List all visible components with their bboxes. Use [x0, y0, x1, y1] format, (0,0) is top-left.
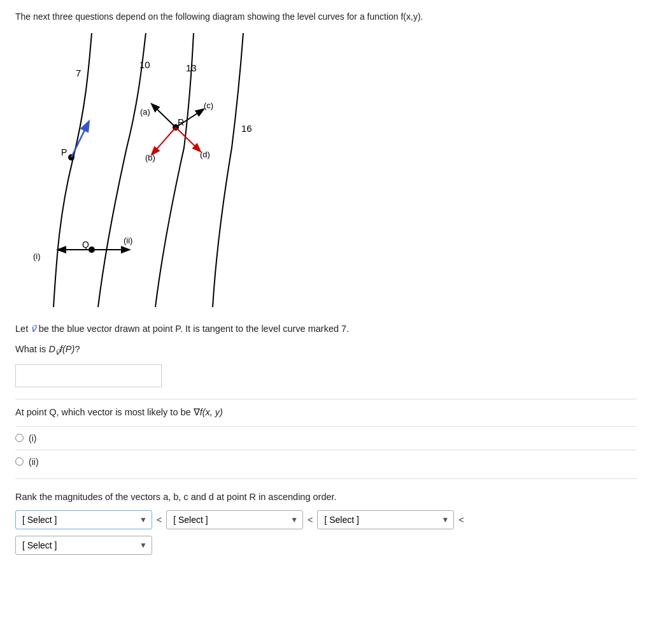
answer-input[interactable]: [15, 364, 162, 387]
radio-ii-label: (ii): [29, 457, 39, 467]
radio-ii[interactable]: [15, 457, 24, 466]
rank-row-2: [ Select ] a b c d ▼: [15, 536, 637, 555]
arrow-d: [176, 127, 200, 151]
label-ii: (ii): [124, 236, 132, 245]
question-1-section: Let v⃗ be the blue vector drawn at point…: [15, 322, 637, 387]
label-b: (b): [145, 153, 155, 162]
divider-1: [15, 399, 637, 399]
label-d: (d): [200, 150, 210, 159]
radio-i-label: (i): [29, 433, 36, 443]
vector-v: v⃗: [31, 324, 36, 334]
radio-option-ii[interactable]: (ii): [15, 457, 637, 467]
select-wrapper-1[interactable]: [ Select ] a b c d ▼: [15, 510, 152, 529]
fP-symbol: f(P): [60, 344, 74, 354]
arrow-b: [152, 127, 176, 154]
less-than-3: <: [458, 515, 464, 525]
label-7: 7: [76, 68, 81, 78]
dv-symbol: D: [48, 344, 55, 354]
divider-2: [15, 426, 637, 427]
label-10: 10: [139, 59, 150, 70]
label-i: (i): [33, 252, 41, 261]
select-wrapper-4[interactable]: [ Select ] a b c d ▼: [15, 536, 152, 555]
label-Q: Q: [82, 240, 89, 250]
select-3[interactable]: [ Select ] a b c d: [317, 510, 454, 529]
question-3-section: Rank the magnitudes of the vectors a, b,…: [15, 490, 637, 555]
diagram-svg: 7 10 13 16 P Q (i) (ii) R (a) (b) (c) (d…: [15, 33, 257, 307]
question-1-prompt: What is Dv⃗f(P)?: [15, 343, 637, 358]
question-1-text: Let v⃗ be the blue vector drawn at point…: [15, 322, 637, 336]
question-2-text: At point Q, which vector is most likely …: [15, 406, 637, 420]
select-1[interactable]: [ Select ] a b c d: [15, 510, 152, 529]
radio-i[interactable]: [15, 434, 24, 442]
label-a: (a): [140, 107, 150, 117]
arrow-a: [152, 104, 176, 127]
question-2-section: At point Q, which vector is most likely …: [15, 406, 637, 467]
select-2[interactable]: [ Select ] a b c d: [166, 510, 303, 529]
label-13: 13: [186, 62, 197, 73]
rank-row-1: [ Select ] a b c d ▼ < [ Select ] a b c …: [15, 510, 637, 529]
divider-4: [15, 478, 637, 479]
diagram-container: 7 10 13 16 P Q (i) (ii) R (a) (b) (c) (d…: [15, 33, 257, 307]
radio-option-i[interactable]: (i): [15, 433, 637, 443]
select-wrapper-2[interactable]: [ Select ] a b c d ▼: [166, 510, 303, 529]
dv-sub: v⃗: [55, 348, 60, 357]
question-3-text: Rank the magnitudes of the vectors a, b,…: [15, 490, 637, 504]
less-than-1: <: [157, 515, 162, 525]
intro-text: The next three questions depend on the f…: [15, 11, 637, 22]
divider-3: [15, 450, 637, 450]
label-16: 16: [241, 123, 252, 134]
label-c: (c): [204, 101, 213, 110]
select-wrapper-3[interactable]: [ Select ] a b c d ▼: [317, 510, 454, 529]
label-P: P: [61, 147, 67, 157]
less-than-2: <: [308, 515, 313, 525]
select-4[interactable]: [ Select ] a b c d: [15, 536, 152, 555]
